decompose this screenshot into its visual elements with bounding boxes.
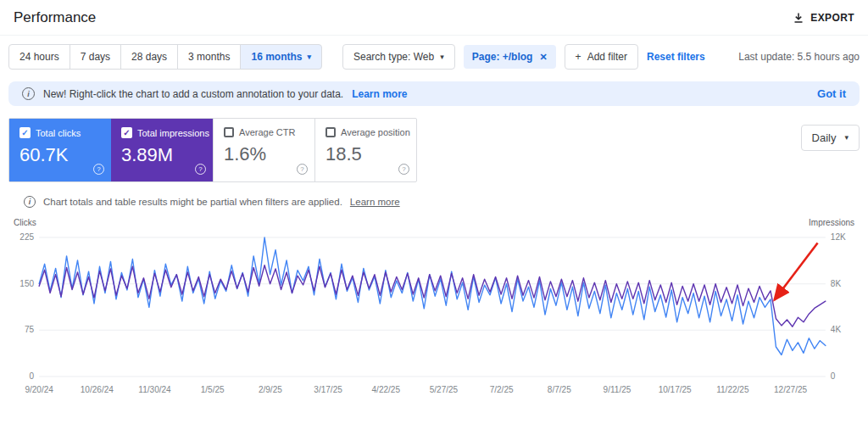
add-filter-button[interactable]: + Add filter (565, 44, 638, 70)
range-7-days[interactable]: 7 days (70, 44, 121, 70)
metric-card-total-clicks[interactable]: ✓ Total clicks 60.7K ? (9, 119, 111, 181)
metric-label: Average position (341, 127, 410, 137)
chevron-down-icon: ▾ (844, 134, 849, 142)
svg-text:75: 75 (25, 325, 35, 334)
checkbox-total-clicks[interactable]: ✓ (19, 127, 31, 138)
metric-value: 60.7K (19, 144, 101, 166)
range-label: 24 hours (19, 51, 59, 63)
checkbox-average-position[interactable] (326, 127, 336, 137)
granularity-dropdown[interactable]: Daily ▾ (801, 125, 860, 151)
banner-message: New! Right-click the chart to add a cust… (43, 88, 343, 100)
range-24-hours[interactable]: 24 hours (8, 44, 70, 70)
svg-text:0: 0 (30, 371, 35, 381)
svg-text:10/17/25: 10/17/25 (659, 385, 692, 394)
help-icon[interactable]: ? (93, 164, 104, 175)
plus-icon: + (576, 51, 581, 63)
metric-label: Average CTR (239, 127, 295, 137)
metric-cards: ✓ Total clicks 60.7K ? ✓ Total impressio… (8, 118, 417, 182)
filter-bar: 24 hours 7 days 28 days 3 months 16 mont… (0, 36, 868, 76)
performance-chart[interactable]: Clicks Impressions 00754K1508K22512K9/20… (0, 211, 868, 399)
granularity-label: Daily (812, 131, 837, 144)
range-28-days[interactable]: 28 days (120, 44, 178, 70)
svg-text:225: 225 (19, 232, 34, 242)
last-update-text: Last update: 5.5 hours ago (738, 51, 860, 63)
svg-text:12/27/25: 12/27/25 (774, 385, 807, 394)
metric-value: 1.6% (224, 143, 304, 165)
chart-canvas[interactable]: 00754K1508K22512K9/20/2410/26/2411/30/24… (8, 229, 860, 399)
partial-data-note: i Chart totals and table results might b… (0, 182, 868, 211)
svg-text:0: 0 (831, 371, 836, 381)
svg-text:9/11/25: 9/11/25 (604, 385, 632, 394)
header: Performance EXPORT (0, 0, 868, 36)
date-range-group: 24 hours 7 days 28 days 3 months 16 mont… (8, 44, 322, 70)
info-icon: i (24, 196, 36, 208)
note-learn-more-link[interactable]: Learn more (350, 197, 400, 207)
metric-card-total-impressions[interactable]: ✓ Total impressions 3.89M ? (111, 119, 213, 181)
range-3-months[interactable]: 3 months (177, 44, 241, 70)
help-icon[interactable]: ? (398, 164, 409, 175)
right-axis-title: Impressions (809, 218, 854, 227)
svg-text:11/22/25: 11/22/25 (716, 385, 749, 394)
info-icon: i (22, 87, 35, 100)
annotation-banner: i New! Right-click the chart to add a cu… (8, 81, 860, 106)
svg-text:2/9/25: 2/9/25 (259, 385, 282, 394)
reset-filters-link[interactable]: Reset filters (647, 51, 705, 63)
note-message: Chart totals and table results might be … (43, 197, 342, 207)
svg-text:150: 150 (19, 279, 34, 288)
svg-text:9/20/24: 9/20/24 (25, 385, 53, 394)
svg-text:5/27/25: 5/27/25 (430, 385, 459, 394)
range-label: 3 months (188, 51, 230, 63)
download-icon (793, 12, 804, 24)
metric-card-average-position[interactable]: Average position 18.5 ? (314, 119, 416, 181)
metric-value: 3.89M (121, 144, 203, 166)
metric-label: Total clicks (36, 128, 81, 138)
svg-text:4/22/25: 4/22/25 (372, 385, 401, 394)
page-filter-label: Page: +/blog (472, 51, 533, 63)
search-type-label: Search type: Web (353, 51, 434, 63)
range-label: 7 days (81, 51, 110, 63)
svg-text:7/2/25: 7/2/25 (490, 385, 514, 394)
help-icon[interactable]: ? (297, 164, 308, 175)
range-label: 16 months (251, 51, 302, 63)
svg-text:8K: 8K (831, 279, 842, 288)
metric-label: Total impressions (137, 128, 209, 138)
add-filter-label: Add filter (587, 51, 627, 63)
svg-text:10/26/24: 10/26/24 (81, 385, 114, 394)
export-button[interactable]: EXPORT (793, 12, 854, 24)
got-it-button[interactable]: Got it (817, 87, 846, 100)
chevron-down-icon: ▾ (307, 53, 311, 61)
range-16-months[interactable]: 16 months ▾ (240, 44, 322, 70)
svg-text:12K: 12K (831, 232, 846, 242)
page-title: Performance (14, 9, 96, 26)
help-icon[interactable]: ? (195, 164, 206, 175)
svg-text:1/5/25: 1/5/25 (201, 385, 225, 394)
checkbox-total-impressions[interactable]: ✓ (121, 127, 132, 138)
metrics-row: ✓ Total clicks 60.7K ? ✓ Total impressio… (0, 118, 868, 182)
banner-learn-more-link[interactable]: Learn more (352, 88, 407, 100)
axis-titles: Clicks Impressions (8, 218, 860, 229)
close-icon[interactable]: ✕ (539, 52, 547, 63)
chevron-down-icon: ▾ (440, 53, 444, 61)
metric-card-average-ctr[interactable]: Average CTR 1.6% ? (213, 119, 314, 181)
left-axis-title: Clicks (14, 218, 36, 227)
export-label: EXPORT (810, 12, 854, 24)
svg-text:3/17/25: 3/17/25 (314, 385, 342, 394)
metric-value: 18.5 (326, 143, 406, 165)
search-type-filter[interactable]: Search type: Web ▾ (342, 44, 455, 70)
svg-text:4K: 4K (831, 325, 842, 334)
svg-text:11/30/24: 11/30/24 (138, 385, 171, 394)
checkbox-average-ctr[interactable] (224, 127, 234, 137)
range-label: 28 days (131, 51, 167, 63)
svg-text:8/7/25: 8/7/25 (548, 385, 571, 394)
page-filter-chip[interactable]: Page: +/blog ✕ (464, 45, 556, 69)
